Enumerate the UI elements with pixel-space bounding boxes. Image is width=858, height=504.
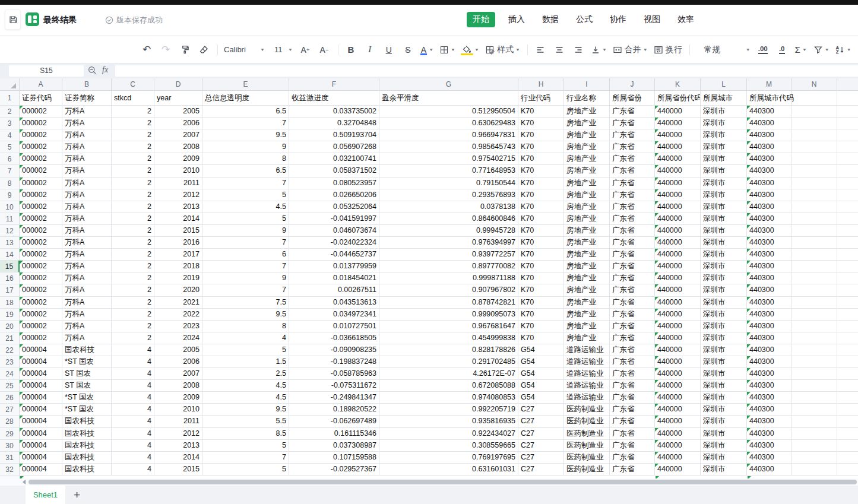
cell[interactable]: 深圳市 <box>701 380 747 392</box>
cell[interactable]: 深圳市 <box>701 213 747 225</box>
cell[interactable]: 000002 <box>20 321 62 332</box>
cell[interactable] <box>837 272 858 284</box>
cell[interactable]: 0.828178826 <box>379 344 518 356</box>
cell[interactable]: 广东省 <box>610 201 655 213</box>
cell[interactable] <box>791 404 837 416</box>
cell[interactable]: 440000 <box>655 416 701 427</box>
cell[interactable]: 2005 <box>154 344 202 356</box>
cell[interactable]: 2 <box>112 272 154 284</box>
cell[interactable]: 国农科技 <box>62 428 112 440</box>
cell[interactable]: 0.630629483 <box>379 118 518 129</box>
cell[interactable]: 证券简称 <box>62 91 112 106</box>
cell[interactable]: 440300 <box>747 272 791 284</box>
cell[interactable]: 万科A <box>62 225 112 237</box>
cell[interactable]: 广东省 <box>610 249 655 261</box>
cell[interactable]: 2.5 <box>202 368 289 380</box>
cell[interactable]: 广东省 <box>610 309 655 321</box>
cell[interactable]: 2011 <box>154 177 202 189</box>
cell[interactable]: K70 <box>518 332 564 344</box>
column-header-D[interactable]: D <box>154 78 202 90</box>
cell[interactable]: 深圳市 <box>701 392 747 404</box>
cell[interactable] <box>791 177 837 189</box>
cell[interactable]: 深圳市 <box>701 225 747 237</box>
cell[interactable]: 深圳市 <box>701 344 747 356</box>
cell[interactable]: -0.044652737 <box>289 249 379 261</box>
cell[interactable]: 广东省 <box>610 392 655 404</box>
cell[interactable]: 所属省份 <box>610 91 655 106</box>
row-header-13[interactable]: 13 <box>0 237 20 249</box>
cell[interactable]: 深圳市 <box>701 201 747 213</box>
cell[interactable]: 0.32704848 <box>289 118 379 129</box>
cell[interactable]: 440000 <box>655 177 701 189</box>
cell[interactable]: -0.062697489 <box>289 416 379 427</box>
column-header-C[interactable]: C <box>112 78 154 90</box>
cell[interactable] <box>791 309 837 321</box>
cell[interactable]: 0.631601031 <box>379 464 518 476</box>
cell[interactable]: K70 <box>518 297 564 309</box>
cell[interactable]: 440300 <box>747 440 791 452</box>
cell[interactable]: 2 <box>112 321 154 332</box>
cell[interactable]: 440000 <box>655 309 701 321</box>
cell[interactable]: 深圳市 <box>701 106 747 118</box>
cell[interactable]: 万科A <box>62 153 112 165</box>
cell[interactable] <box>837 332 858 344</box>
column-header-M[interactable]: M <box>747 78 791 90</box>
font-color-button[interactable]: A▼ <box>420 42 433 58</box>
cell[interactable]: 广东省 <box>610 284 655 296</box>
cell[interactable]: 8.5 <box>202 428 289 440</box>
cell[interactable]: 440000 <box>655 141 701 153</box>
column-header-J[interactable]: J <box>610 78 655 90</box>
cell[interactable]: 6.5 <box>202 165 289 177</box>
cell[interactable]: 2 <box>112 309 154 321</box>
cell[interactable]: 深圳市 <box>701 141 747 153</box>
cell[interactable]: K70 <box>518 272 564 284</box>
cell[interactable]: 广东省 <box>610 416 655 427</box>
cell[interactable]: 000004 <box>20 404 62 416</box>
cell[interactable]: K70 <box>518 106 564 118</box>
cell[interactable]: 000002 <box>20 297 62 309</box>
cell[interactable]: 4.5 <box>202 201 289 213</box>
cell[interactable]: 深圳市 <box>701 440 747 452</box>
cell[interactable]: 440000 <box>655 452 701 464</box>
cell[interactable]: 4 <box>202 332 289 344</box>
font-size-select[interactable]: 11▼ <box>271 42 293 58</box>
cell[interactable]: 000002 <box>20 106 62 118</box>
cell[interactable]: 0.992205719 <box>379 404 518 416</box>
horizontal-scrollbar[interactable] <box>0 478 858 486</box>
cell[interactable]: 万科A <box>62 165 112 177</box>
column-header-A[interactable]: A <box>20 78 62 90</box>
cell[interactable]: 广东省 <box>610 141 655 153</box>
cell[interactable]: 000002 <box>20 141 62 153</box>
cell[interactable]: 000002 <box>20 237 62 249</box>
cell[interactable]: 440000 <box>655 428 701 440</box>
cell[interactable] <box>791 141 837 153</box>
cell[interactable]: 万科A <box>62 297 112 309</box>
cell[interactable]: 房地产业 <box>564 141 610 153</box>
cell[interactable]: 440300 <box>747 165 791 177</box>
cell[interactable]: 4 <box>112 428 154 440</box>
cell[interactable]: 行业名称 <box>564 91 610 106</box>
cell[interactable]: 000002 <box>20 309 62 321</box>
tab-view[interactable]: 视图 <box>644 14 660 25</box>
cell[interactable]: 0.032100741 <box>289 153 379 165</box>
cell[interactable]: 深圳市 <box>701 189 747 201</box>
cell[interactable] <box>791 153 837 165</box>
cell[interactable]: 000004 <box>20 440 62 452</box>
cell[interactable]: 000002 <box>20 261 62 272</box>
cell[interactable]: -0.041591997 <box>289 213 379 225</box>
cell[interactable]: 万科A <box>62 272 112 284</box>
cell[interactable]: 440000 <box>655 153 701 165</box>
cell[interactable]: 房地产业 <box>564 321 610 332</box>
cell[interactable]: 广东省 <box>610 213 655 225</box>
row-header-9[interactable]: 9 <box>0 189 20 201</box>
tab-data[interactable]: 数据 <box>542 14 559 25</box>
cell[interactable] <box>791 428 837 440</box>
cell[interactable]: 深圳市 <box>701 356 747 368</box>
cell[interactable]: 道路运输业 <box>564 344 610 356</box>
cell[interactable]: *ST 国农 <box>62 392 112 404</box>
number-format-select[interactable]: 常规▼ <box>704 42 751 58</box>
sort-button[interactable]: A Z ▼ <box>835 42 851 58</box>
cell[interactable]: 440000 <box>655 165 701 177</box>
cell[interactable]: 440300 <box>747 344 791 356</box>
cell[interactable]: 1.5 <box>202 356 289 368</box>
